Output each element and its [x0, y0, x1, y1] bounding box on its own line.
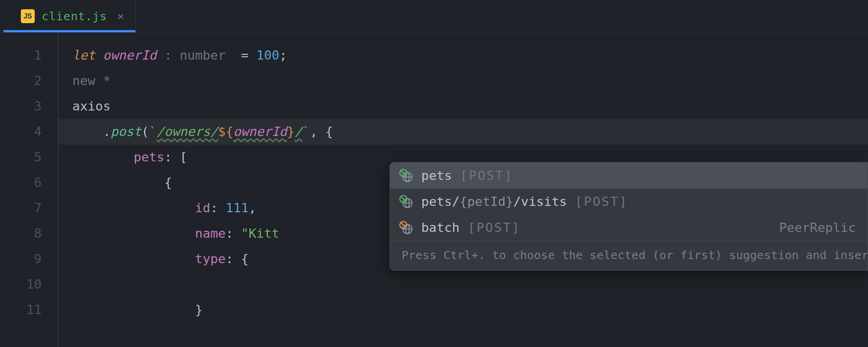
suggestion-method: [POST] [460, 168, 513, 183]
endpoint-icon [399, 169, 413, 183]
suggestion-method: [POST] [468, 220, 520, 235]
autocomplete-item[interactable]: batch [POST] PeerReplic [390, 215, 867, 241]
suggestion-method: [POST] [575, 194, 628, 209]
autocomplete-item[interactable]: pets [POST] [390, 163, 867, 189]
code-line[interactable]: .post(`/owners/${ownerId}/`, { [58, 119, 868, 145]
endpoint-icon [399, 221, 413, 235]
close-icon[interactable]: ✕ [117, 10, 124, 22]
line-number: 9 [0, 246, 42, 272]
autocomplete-hint: Press Ctrl+. to choose the selected (or … [390, 241, 867, 270]
suggestion-path: batch [421, 220, 459, 235]
suggestion-origin: PeerReplic [779, 220, 856, 235]
line-number: 8 [0, 221, 42, 246]
line-number: 10 [0, 272, 42, 297]
endpoint-icon [399, 195, 413, 209]
tab-bar: JS client.js ✕ [0, 0, 868, 32]
suggestion-path: pets [421, 168, 452, 183]
autocomplete-popup: pets [POST] pets/{petId}/visits [POST] [389, 162, 868, 271]
line-number: 4 [0, 119, 42, 145]
line-number: 11 [0, 297, 42, 323]
line-number: 3 [0, 94, 42, 119]
code-line[interactable]: } [58, 297, 868, 323]
code-line[interactable] [58, 272, 868, 297]
tab-clientjs[interactable]: JS client.js ✕ [3, 0, 136, 32]
code-line[interactable]: let ownerId : number = 100; [58, 43, 868, 68]
code-area[interactable]: let ownerId : number = 100; new * axios … [58, 32, 868, 347]
code-line[interactable]: new * [58, 68, 868, 94]
suggestion-path: pets/{petId}/visits [421, 194, 567, 209]
line-number: 7 [0, 195, 42, 221]
autocomplete-item[interactable]: pets/{petId}/visits [POST] [390, 189, 867, 215]
line-number: 1 [0, 43, 42, 68]
js-file-icon: JS [21, 9, 35, 23]
line-number: 6 [0, 170, 42, 195]
line-number: 2 [0, 68, 42, 94]
line-number: 5 [0, 145, 42, 170]
editor[interactable]: 1 2 3 4 5 6 7 8 9 10 11 let ownerId : nu… [0, 32, 868, 347]
code-line[interactable]: axios [58, 94, 868, 119]
gutter: 1 2 3 4 5 6 7 8 9 10 11 [0, 32, 58, 347]
tab-filename: client.js [42, 9, 107, 23]
